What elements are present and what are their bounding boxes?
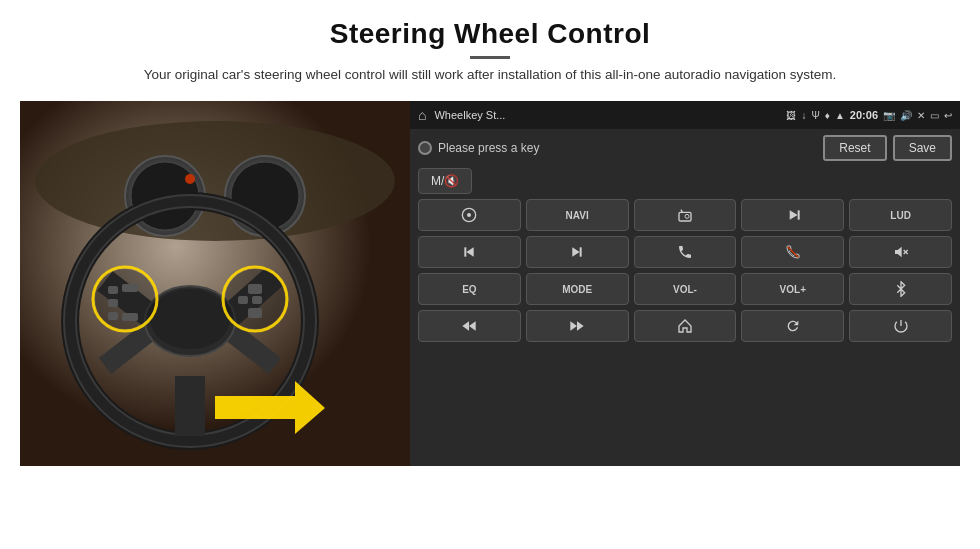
vol-plus-label: VOL+ bbox=[780, 284, 806, 295]
status-bar: ⌂ Wheelkey St... 🖼 ↓ Ψ ♦ ▲ 20:06 📷 🔊 ✕ ▭… bbox=[410, 101, 960, 129]
radio-button[interactable] bbox=[634, 199, 737, 231]
svg-marker-48 bbox=[571, 322, 578, 331]
phone-button[interactable] bbox=[634, 236, 737, 268]
close-icon: ✕ bbox=[917, 110, 925, 121]
grid-row-4 bbox=[418, 310, 952, 342]
volume-icon: 🔊 bbox=[900, 110, 912, 121]
svg-rect-41 bbox=[580, 248, 582, 257]
prompt-text: Please press a key bbox=[438, 141, 539, 155]
forward-icon bbox=[569, 318, 585, 334]
play-pause-button[interactable] bbox=[741, 199, 844, 231]
svg-point-1 bbox=[35, 121, 395, 241]
cd-icon bbox=[461, 207, 477, 223]
grid-row-3: EQ MODE VOL- VOL+ bbox=[418, 273, 952, 305]
svg-marker-49 bbox=[577, 322, 584, 331]
vol-mute-button[interactable] bbox=[849, 236, 952, 268]
eq-label: EQ bbox=[462, 284, 476, 295]
status-icons: 🖼 ↓ Ψ ♦ ▲ 20:06 📷 🔊 ✕ ▭ ↩ bbox=[786, 109, 952, 121]
vol-plus-button[interactable]: VOL+ bbox=[741, 273, 844, 305]
refresh-button[interactable] bbox=[741, 310, 844, 342]
usb-icon: Ψ bbox=[811, 110, 819, 121]
mute-button[interactable]: M/🔇 bbox=[418, 168, 472, 194]
window-icon: ▭ bbox=[930, 110, 939, 121]
svg-rect-21 bbox=[108, 312, 118, 320]
prev-button[interactable] bbox=[418, 236, 521, 268]
svg-rect-26 bbox=[248, 284, 262, 294]
bluetooth-button[interactable] bbox=[849, 273, 952, 305]
no-phone-button[interactable] bbox=[741, 236, 844, 268]
status-time: 20:06 bbox=[850, 109, 878, 121]
forward-button[interactable] bbox=[526, 310, 629, 342]
svg-marker-43 bbox=[895, 247, 902, 258]
mute-row: M/🔇 bbox=[418, 168, 952, 194]
next-button[interactable] bbox=[526, 236, 629, 268]
play-pause-icon bbox=[785, 207, 801, 223]
lud-button[interactable]: LUD bbox=[849, 199, 952, 231]
refresh-icon bbox=[785, 318, 801, 334]
home-icon: ⌂ bbox=[418, 107, 426, 123]
svg-rect-22 bbox=[122, 284, 138, 292]
home-icon bbox=[677, 318, 693, 334]
title-section: Steering Wheel Control Your original car… bbox=[144, 18, 836, 95]
rewind-button[interactable] bbox=[418, 310, 521, 342]
cd-button[interactable] bbox=[418, 199, 521, 231]
mode-button[interactable]: MODE bbox=[526, 273, 629, 305]
svg-point-16 bbox=[150, 289, 230, 349]
phone-icon bbox=[677, 244, 693, 260]
app-name: Wheelkey St... bbox=[434, 109, 782, 121]
svg-marker-38 bbox=[467, 248, 474, 257]
svg-marker-36 bbox=[789, 211, 797, 220]
power-button[interactable] bbox=[849, 310, 952, 342]
top-buttons: Reset Save bbox=[823, 135, 952, 161]
navi-button[interactable]: NAVI bbox=[526, 199, 629, 231]
radio-dot bbox=[418, 141, 432, 155]
no-phone-icon bbox=[785, 244, 801, 260]
mode-label: MODE bbox=[562, 284, 592, 295]
svg-marker-40 bbox=[573, 248, 580, 257]
home-button[interactable] bbox=[634, 310, 737, 342]
save-button[interactable]: Save bbox=[893, 135, 952, 161]
navi-label: NAVI bbox=[566, 210, 589, 221]
vol-minus-label: VOL- bbox=[673, 284, 697, 295]
svg-rect-23 bbox=[122, 313, 138, 321]
prev-icon bbox=[461, 244, 477, 260]
press-key-prompt: Please press a key bbox=[418, 141, 539, 155]
back-icon: ↩ bbox=[944, 110, 952, 121]
title-divider bbox=[470, 56, 510, 59]
steering-wheel-section bbox=[20, 101, 410, 466]
image-icon: 🖼 bbox=[786, 110, 796, 121]
vol-minus-button[interactable]: VOL- bbox=[634, 273, 737, 305]
reset-button[interactable]: Reset bbox=[823, 135, 886, 161]
steering-wheel-svg bbox=[20, 101, 410, 466]
vol-mute-icon bbox=[893, 244, 909, 260]
grid-row-2 bbox=[418, 236, 952, 268]
svg-marker-47 bbox=[469, 322, 476, 331]
download-icon: ↓ bbox=[801, 110, 806, 121]
svg-rect-20 bbox=[108, 299, 118, 307]
app-content: Please press a key Reset Save M/🔇 bbox=[410, 129, 960, 466]
radio-icon bbox=[677, 207, 693, 223]
svg-point-6 bbox=[185, 174, 195, 184]
page-title: Steering Wheel Control bbox=[144, 18, 836, 50]
svg-point-32 bbox=[467, 213, 471, 217]
eq-button[interactable]: EQ bbox=[418, 273, 521, 305]
page-container: Steering Wheel Control Your original car… bbox=[0, 0, 980, 549]
steering-wheel-bg bbox=[20, 101, 410, 466]
power-icon bbox=[893, 318, 909, 334]
svg-rect-27 bbox=[238, 296, 248, 304]
subtitle-text: Your original car's steering wheel contr… bbox=[144, 65, 836, 85]
next-icon bbox=[569, 244, 585, 260]
svg-point-35 bbox=[685, 215, 689, 219]
svg-rect-19 bbox=[108, 286, 118, 294]
bluetooth-icon bbox=[893, 281, 909, 297]
android-screen: ⌂ Wheelkey St... 🖼 ↓ Ψ ♦ ▲ 20:06 📷 🔊 ✕ ▭… bbox=[410, 101, 960, 466]
svg-rect-29 bbox=[248, 308, 262, 318]
svg-marker-46 bbox=[463, 322, 470, 331]
rewind-icon bbox=[461, 318, 477, 334]
content-row: ⌂ Wheelkey St... 🖼 ↓ Ψ ♦ ▲ 20:06 📷 🔊 ✕ ▭… bbox=[20, 101, 960, 466]
location-icon: ♦ bbox=[825, 110, 830, 121]
svg-rect-39 bbox=[465, 248, 467, 257]
camera-icon: 📷 bbox=[883, 110, 895, 121]
svg-rect-37 bbox=[797, 211, 799, 220]
top-bar: Please press a key Reset Save bbox=[418, 135, 952, 161]
